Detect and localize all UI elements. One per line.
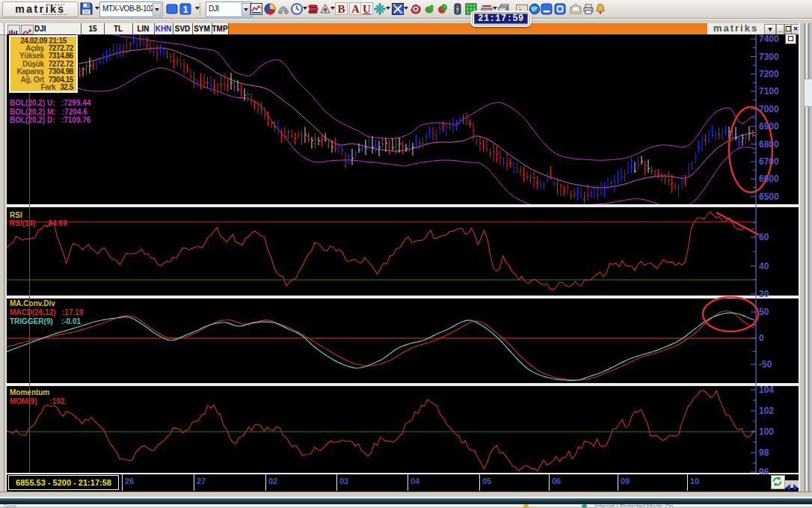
svg-text:50: 50 [759,307,769,317]
svg-text:7400: 7400 [759,34,779,44]
svg-text:104: 104 [759,385,774,395]
svg-text:1: 1 [183,4,188,15]
svg-text:7000: 7000 [759,104,779,114]
svg-text:60: 60 [759,232,769,242]
svg-text:6500: 6500 [759,192,779,202]
svg-text:0: 0 [759,333,764,343]
svg-text:6600: 6600 [759,174,779,184]
svg-text:7300: 7300 [759,52,779,62]
svg-text:20: 20 [759,289,769,299]
svg-text:100: 100 [759,426,774,437]
svg-text:6900: 6900 [759,121,779,132]
svg-text:6800: 6800 [759,139,779,150]
svg-text:6700: 6700 [759,156,779,167]
svg-text:40: 40 [759,261,769,272]
svg-text:98: 98 [759,447,769,458]
svg-text:7100: 7100 [759,86,779,97]
svg-text:102: 102 [759,406,774,416]
svg-text:7200: 7200 [759,69,779,79]
svg-text:-50: -50 [759,359,772,370]
